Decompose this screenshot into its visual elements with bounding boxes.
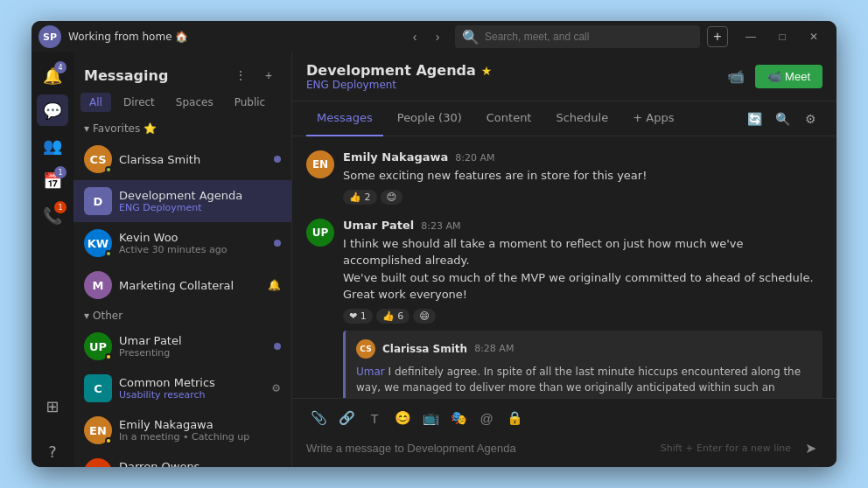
chat-title: Development Agenda ★ <box>306 62 724 79</box>
video-button[interactable]: 📹 <box>724 65 748 89</box>
chat-item-info: Umar Patel Presenting <box>119 334 267 359</box>
forward-button[interactable]: › <box>427 28 448 45</box>
list-item[interactable]: KW Kevin Woo Active 30 minutes ago <box>74 222 291 264</box>
reaction-thumbs[interactable]: 👍 2 <box>343 190 377 205</box>
message-text: Some exciting new features are in store … <box>343 167 822 185</box>
unread-indicator <box>274 343 281 350</box>
sidebar-item-help[interactable]: ? <box>37 436 68 467</box>
search-icon: 🔍 <box>462 29 480 45</box>
new-message-button[interactable]: + <box>256 63 281 87</box>
message-header: Umar Patel 8:23 AM <box>343 219 822 232</box>
message-header: Emily Nakagawa 8:20 AM <box>343 150 822 164</box>
screen-share-button[interactable]: 📺 <box>418 406 443 430</box>
sidebar-item-activity[interactable]: 🔔 4 <box>37 59 68 91</box>
tab-schedule[interactable]: Schedule <box>545 101 619 136</box>
compose-toolbar: 📎 🔗 T 😊 📺 🎭 @ 🔒 <box>306 406 822 430</box>
attach-button[interactable]: 📎 <box>306 406 331 430</box>
lock-button[interactable]: 🔒 <box>502 406 527 430</box>
activity-badge: 4 <box>54 61 66 73</box>
sidebar-item-chat[interactable]: 💬 <box>37 94 68 126</box>
sidebar-item-network[interactable]: ⊞ <box>37 390 68 422</box>
list-item[interactable]: D Development Agenda ENG Deployment <box>74 180 291 222</box>
contact-status: Presenting <box>119 347 267 359</box>
sync-button[interactable]: 🔄 <box>742 107 766 131</box>
back-button[interactable]: ‹ <box>404 28 425 45</box>
messages-area: EN Emily Nakagawa 8:20 AM Some exciting … <box>292 136 836 398</box>
avatar: CS <box>356 339 375 359</box>
contact-name: Common Metrics <box>119 376 264 389</box>
mention: Umar <box>356 366 385 378</box>
emoji-button[interactable]: 😊 <box>390 406 415 430</box>
list-item[interactable]: UP Umar Patel Presenting <box>74 325 291 367</box>
meet-icon: 📹 <box>767 70 781 83</box>
status-indicator <box>105 250 112 257</box>
app-avatar: SP <box>38 25 61 48</box>
quoted-message: CS Clarissa Smith 8:28 AM Umar I definit… <box>343 331 822 399</box>
list-item[interactable]: DO Darren Owens On a call • Working from… <box>74 451 291 467</box>
maximize-button[interactable]: □ <box>766 24 798 50</box>
tab-direct[interactable]: Direct <box>115 93 164 112</box>
reaction-smile[interactable]: 😊 <box>381 190 402 205</box>
new-chat-button[interactable]: + <box>707 26 728 47</box>
chat-title-text: Development Agenda <box>306 62 476 79</box>
nav-icons: 🔔 4 💬 👥 📅 1 📞 1 ⊞ ? <box>32 52 74 467</box>
contact-name: Marketing Collateral <box>119 279 261 292</box>
message-sender: Emily Nakagawa <box>343 150 448 164</box>
search-bar[interactable]: 🔍 <box>455 25 700 48</box>
sticker-button[interactable]: 🎭 <box>446 406 471 430</box>
settings-button[interactable]: ⚙ <box>798 107 822 131</box>
reaction-heart[interactable]: ❤️ 1 <box>343 309 373 324</box>
meet-label: Meet <box>785 70 810 83</box>
contact-name: Kevin Woo <box>119 231 267 244</box>
avatar: DO <box>84 458 112 467</box>
favorites-section-header[interactable]: ▾ Favorites ⭐ <box>74 119 291 138</box>
star-icon: ★ <box>481 64 493 78</box>
list-item[interactable]: CS Clarissa Smith <box>74 138 291 180</box>
settings-icon: ⚙ <box>271 382 281 394</box>
chat-header-actions: 📹 📹 Meet <box>724 65 822 89</box>
reaction-thumbs[interactable]: 👍 6 <box>376 309 410 324</box>
sidebar-item-people[interactable]: 👥 <box>37 129 68 161</box>
tab-messages[interactable]: Messages <box>306 101 383 136</box>
sidebar-item-calendar[interactable]: 📅 1 <box>37 164 68 196</box>
compose-input[interactable] <box>306 442 654 455</box>
filter-button[interactable]: ⋮ <box>228 63 253 87</box>
minimize-button[interactable]: — <box>735 24 766 50</box>
status-indicator <box>105 166 112 173</box>
format-text-button[interactable]: T <box>362 406 387 430</box>
other-section-header[interactable]: ▾ Other <box>74 306 291 325</box>
help-icon: ? <box>48 443 57 461</box>
chevron-down-icon: ▾ <box>84 122 89 135</box>
tab-content[interactable]: Content <box>476 101 542 136</box>
contact-status: Usability research <box>119 389 264 401</box>
search-input[interactable] <box>485 31 693 43</box>
mention-button[interactable]: @ <box>474 406 499 430</box>
list-item[interactable]: M Marketing Collateral 🔔 <box>74 264 291 306</box>
contact-status: ENG Deployment <box>119 202 281 213</box>
contact-status: Active 30 minutes ago <box>119 244 267 255</box>
quoted-sender: Clarissa Smith <box>382 343 467 355</box>
tab-people[interactable]: People (30) <box>387 101 472 136</box>
tab-all[interactable]: All <box>80 93 111 112</box>
search-messages-button[interactable]: 🔍 <box>770 107 794 131</box>
list-item[interactable]: C Common Metrics Usability research ⚙ <box>74 367 291 409</box>
tab-public[interactable]: Public <box>226 93 275 112</box>
quoted-text: Umar I definitely agree. In spite of all… <box>356 364 812 399</box>
avatar: D <box>84 187 112 215</box>
tab-apps[interactable]: + Apps <box>622 101 684 136</box>
sidebar-item-calls[interactable]: 📞 1 <box>37 199 68 231</box>
meet-button[interactable]: 📹 Meet <box>755 65 822 88</box>
contact-name: Development Agenda <box>119 189 281 202</box>
reaction-laugh[interactable]: 😄 <box>413 309 435 324</box>
message-time: 8:20 AM <box>455 152 494 164</box>
message-sender: Umar Patel <box>343 219 414 232</box>
chat-item-info: Clarissa Smith <box>119 153 267 166</box>
contact-name: Emily Nakagawa <box>119 418 281 431</box>
quoted-header: CS Clarissa Smith 8:28 AM <box>356 339 812 359</box>
tab-spaces[interactable]: Spaces <box>167 93 222 112</box>
insert-link-button[interactable]: 🔗 <box>334 406 359 430</box>
send-button[interactable]: ➤ <box>798 436 822 460</box>
list-item[interactable]: EN Emily Nakagawa In a meeting • Catchin… <box>74 409 291 451</box>
chat-subtitle[interactable]: ENG Deployment <box>306 79 724 91</box>
close-button[interactable]: ✕ <box>798 24 830 50</box>
